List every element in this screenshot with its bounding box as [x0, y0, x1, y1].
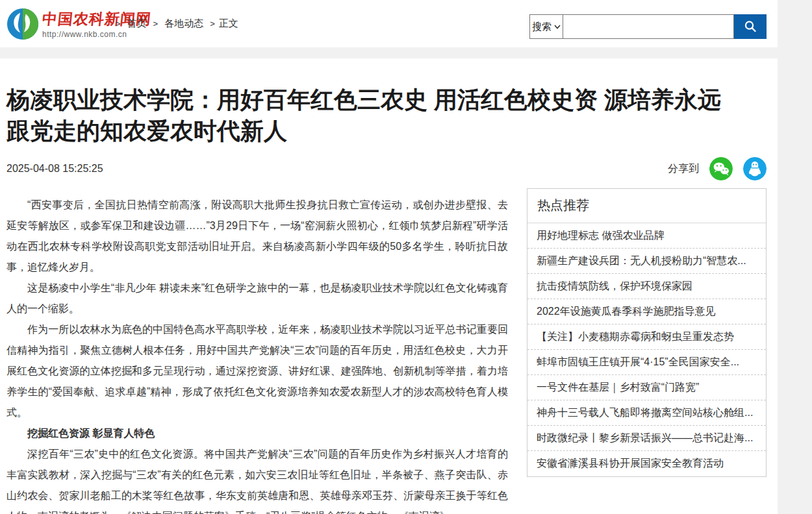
- share-box: 分享到: [668, 157, 767, 180]
- search-icon: [743, 19, 757, 34]
- main-content: 杨凌职业技术学院：用好百年红色三农史 用活红色校史资 源培养永远跟党走的知农爱农…: [0, 58, 778, 514]
- hot-list-item[interactable]: 用好地理标志 做强农业品牌: [527, 223, 766, 249]
- hot-list-item[interactable]: 新疆生产建设兵团：无人机授粉助力“智慧农...: [527, 249, 766, 274]
- page-title: 杨凌职业技术学院：用好百年红色三农史 用活红色校史资 源培养永远跟党走的知农爱农…: [6, 84, 741, 147]
- logo-mark-icon: [6, 8, 39, 40]
- hot-list-item[interactable]: 一号文件在基层｜乡村致富“门路宽”: [527, 375, 766, 400]
- hot-list-item[interactable]: 神舟十三号载人飞船即将撤离空间站核心舱组...: [527, 400, 766, 426]
- article-meta-row: 2025-04-08 15:25:25 分享到: [6, 157, 767, 180]
- article-subheading: 挖掘红色资源 彰显育人特色: [6, 423, 508, 444]
- hot-list-item[interactable]: 抗击疫情筑防线，保护环境保家园: [527, 274, 766, 299]
- search-type-dropdown[interactable]: 搜索: [529, 14, 563, 39]
- article-paragraph: 这是杨凌中小学生“非凡少年 耕读未来”红色研学之旅中的一幕，也是杨凌职业技术学院…: [6, 278, 508, 319]
- search-dropdown-label: 搜索: [532, 21, 552, 33]
- wechat-share-icon[interactable]: [709, 157, 733, 180]
- search-button[interactable]: [734, 14, 767, 39]
- hot-list-item[interactable]: 2022年设施黄瓜春季科学施肥指导意见: [527, 299, 766, 324]
- header-divider-strip: [0, 47, 812, 58]
- breadcrumb-home[interactable]: 首页: [127, 18, 147, 30]
- hot-recommendations-panel: 热点推荐 用好地理标志 做强农业品牌 新疆生产建设兵团：无人机授粉助力“智慧农.…: [527, 188, 767, 477]
- share-label: 分享到: [668, 162, 699, 176]
- article-paragraph: “西安事变后，全国抗日热情空前高涨，附设高职大批师生投身抗日救亡宣传运动，或创办…: [6, 195, 508, 278]
- breadcrumb-separator: >: [153, 19, 159, 29]
- publish-date: 2025-04-08 15:25:25: [6, 163, 103, 175]
- breadcrumb-separator: >: [116, 19, 121, 29]
- site-header: 中国农科新闻网 http://www.nkb.com.cn > 首页 > 各地动…: [0, 0, 778, 47]
- search-bar: 搜索: [529, 14, 767, 39]
- search-input[interactable]: [563, 14, 734, 39]
- article-body: “西安事变后，全国抗日热情空前高涨，附设高职大批师生投身抗日救亡宣传运动，或创办…: [6, 195, 508, 514]
- hot-list-item[interactable]: 安徽省濉溪县科协开展国家安全教育活动: [527, 451, 766, 476]
- hot-list-item[interactable]: 蚌埠市固镇王庄镇开展“4·15”全民国家安全...: [527, 350, 766, 375]
- hot-recommendations-title: 热点推荐: [527, 189, 766, 223]
- breadcrumb-separator: >: [210, 19, 215, 29]
- breadcrumb-section[interactable]: 各地动态: [164, 18, 203, 30]
- breadcrumb-current: 正文: [219, 18, 238, 30]
- qq-share-icon[interactable]: [743, 157, 767, 180]
- breadcrumb: > 首页 > 各地动态 > 正文: [116, 0, 238, 47]
- chevron-down-icon: [554, 25, 561, 29]
- article-paragraph: 深挖百年“三农”史中的红色文化资源。将中国共产党解决“三农”问题的百年历史作为乡…: [6, 444, 508, 514]
- hot-list-item[interactable]: 【关注】小麦穗期赤霉病和蚜虫呈重发态势: [527, 324, 766, 350]
- hot-list-item[interactable]: 时政微纪录丨黎乡新景话振兴——总书记赴海...: [527, 426, 766, 451]
- article-paragraph: 作为一所以农林水为底色的中国特色高水平高职学校，近年来，杨凌职业技术学院以习近平…: [6, 319, 508, 423]
